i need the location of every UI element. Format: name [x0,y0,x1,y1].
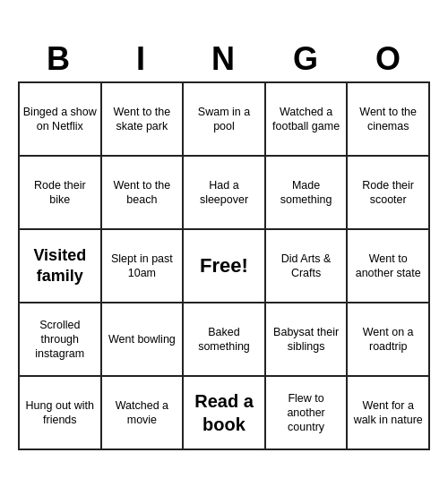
bingo-cell-7: Had a sleepover [184,157,266,230]
bingo-cell-12: Free! [184,230,266,303]
bingo-cell-2: Swam in a pool [184,83,266,157]
bingo-cell-16: Went bowling [102,303,185,377]
bingo-cell-19: Went on a roadtrip [348,303,430,377]
bingo-grid: Binged a show on NetflixWent to the skat… [18,81,430,450]
bingo-cell-23: Flew to another country [266,377,349,450]
bingo-header: BINGO [18,37,430,81]
header-letter-b: B [18,37,100,81]
bingo-cell-21: Watched a movie [102,377,185,450]
bingo-cell-13: Did Arts & Crafts [266,230,349,303]
bingo-cell-17: Baked something [184,303,266,377]
bingo-cell-18: Babysat their siblings [266,303,349,377]
bingo-cell-8: Made something [266,157,349,230]
bingo-cell-24: Went for a walk in nature [348,377,430,450]
bingo-cell-14: Went to another state [348,230,430,303]
bingo-cell-15: Scrolled through instagram [20,303,102,377]
bingo-cell-10: Visited family [20,230,102,303]
bingo-cell-4: Went to the cinemas [348,83,430,157]
bingo-cell-11: Slept in past 10am [102,230,185,303]
bingo-cell-22: Read a book [184,377,266,450]
bingo-cell-6: Went to the beach [102,157,185,230]
header-letter-i: I [100,37,183,81]
bingo-card: BINGO Binged a show on NetflixWent to th… [18,37,430,450]
bingo-cell-0: Binged a show on Netflix [20,83,102,157]
bingo-cell-5: Rode their bike [20,157,102,230]
bingo-cell-1: Went to the skate park [102,83,185,157]
bingo-cell-20: Hung out with friends [20,377,102,450]
header-letter-n: N [183,37,265,81]
bingo-cell-9: Rode their scooter [348,157,430,230]
header-letter-g: G [265,37,348,81]
header-letter-o: O [348,37,430,81]
bingo-cell-3: Watched a football game [266,83,349,157]
